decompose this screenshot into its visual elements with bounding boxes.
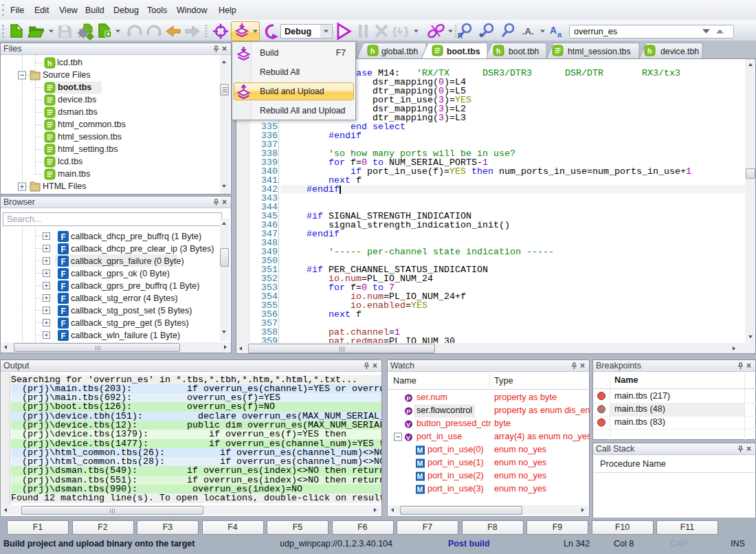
svg-text:global.tbh: global.tbh [381, 47, 418, 56]
svg-text:{: { [392, 25, 397, 38]
svg-text:boot.tbh: boot.tbh [509, 47, 540, 56]
svg-text:html_session.tbs: html_session.tbs [568, 47, 631, 56]
svg-text:.A.: .A. [522, 26, 534, 36]
svg-text:Debug: Debug [285, 27, 311, 36]
svg-text:boot.tbs: boot.tbs [447, 47, 480, 56]
svg-text:a: a [557, 30, 562, 38]
svg-text:device.tbh: device.tbh [660, 47, 699, 56]
svg-text:}: } [404, 25, 409, 38]
svg-text:R: R [458, 32, 463, 40]
svg-text:A: A [550, 25, 557, 36]
svg-text:overrun_es: overrun_es [574, 27, 617, 36]
